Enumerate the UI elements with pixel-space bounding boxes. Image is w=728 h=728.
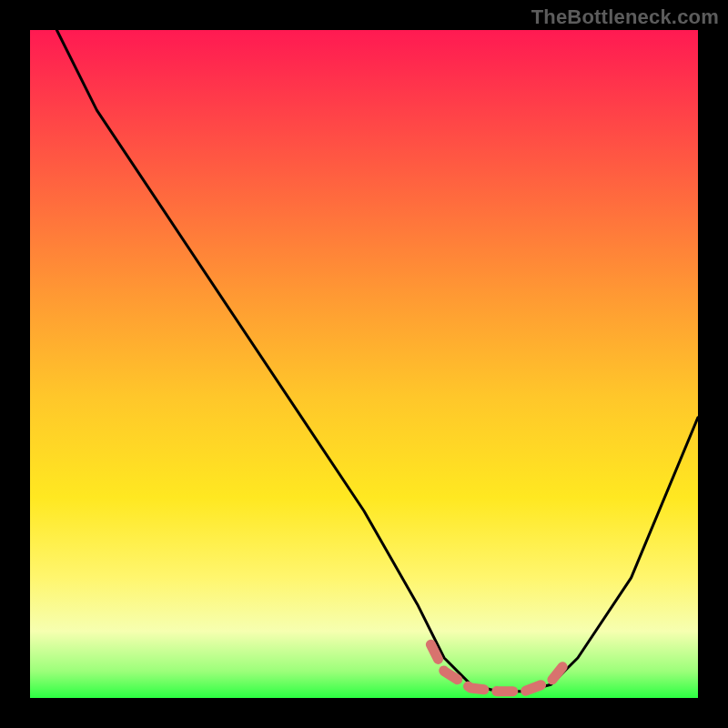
bottleneck-curve xyxy=(56,30,698,692)
watermark-label: TheBottleneck.com xyxy=(531,5,719,29)
plot-area xyxy=(30,30,698,698)
chart-frame: TheBottleneck.com xyxy=(0,0,728,728)
highlight-segment xyxy=(430,644,564,691)
chart-svg xyxy=(30,30,698,698)
